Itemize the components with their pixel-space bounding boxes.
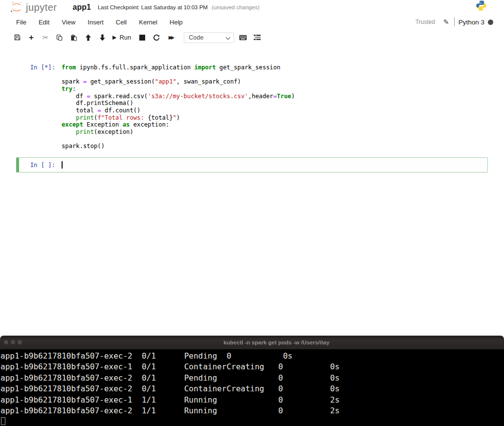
menu-item-help[interactable]: Help	[170, 19, 183, 26]
notebook-title[interactable]: app1	[73, 3, 91, 12]
menu-item-edit[interactable]: Edit	[39, 19, 49, 26]
cell-type-select[interactable]: Code	[184, 32, 234, 43]
stop-icon	[139, 35, 145, 41]
restart-run-all-button[interactable]: ▶▶	[167, 33, 175, 43]
input-prompt-busy: In [*]:	[16, 64, 55, 150]
list-lines-icon	[253, 34, 261, 41]
terminal-line: app1-b9b6217810bfa507-exec-1 0/1 Contain…	[0, 362, 504, 372]
keyboard-icon	[239, 35, 247, 41]
pencil-icon[interactable]: ✎	[443, 18, 449, 26]
run-label: Run	[119, 34, 131, 41]
trusted-badge: Trusted	[416, 19, 435, 25]
arrow-up-icon	[85, 34, 91, 41]
notebook-header: jupyter app1 Last Checkpoint: Last Satur…	[0, 0, 504, 15]
python-logo-icon	[476, 0, 487, 13]
save-button[interactable]	[13, 33, 21, 43]
input-prompt-empty: In [ ]:	[19, 162, 55, 169]
cell-1-code[interactable]: from ipynb.fs.full.spark_application imp…	[62, 64, 295, 150]
close-window-icon[interactable]	[4, 340, 8, 344]
terminal-line: app1-b9b6217810bfa507-exec-2 0/1 Pending…	[0, 351, 504, 362]
kernel-busy-indicator-icon	[488, 20, 493, 25]
menu-item-kernel[interactable]: Kernel	[139, 19, 157, 26]
traffic-light-buttons	[4, 340, 22, 344]
menu-item-view[interactable]: View	[62, 19, 75, 26]
paste-icon	[70, 34, 77, 41]
terminal-line: app1-b9b6217810bfa507-exec-2 1/1 Running…	[0, 405, 504, 416]
divider	[454, 18, 455, 26]
terminal-line: app1-b9b6217810bfa507-exec-1 1/1 Running…	[0, 395, 504, 405]
kernel-name: Python 3	[459, 19, 484, 26]
run-button[interactable]: ▶ Run	[112, 33, 132, 43]
chevron-down-icon	[226, 35, 231, 40]
copy-icon	[56, 34, 63, 41]
interrupt-kernel-button[interactable]	[138, 33, 146, 43]
menu-bar: FileEditViewInsertCellKernelHelp Trusted…	[0, 15, 504, 29]
move-cells-down-button[interactable]	[98, 33, 106, 43]
terminal-prompt-line	[0, 416, 504, 426]
terminal-output: app1-b9b6217810bfa507-exec-2 0/1 Pending…	[0, 351, 504, 416]
save-icon	[14, 34, 21, 41]
menu-item-cell[interactable]: Cell	[116, 19, 127, 26]
code-cell-empty-selected[interactable]: In [ ]:	[16, 157, 488, 172]
notebook-toolbar: + ✂ ▶ Run	[0, 29, 504, 45]
copy-cells-button[interactable]	[56, 33, 64, 43]
minimize-window-icon[interactable]	[11, 340, 15, 344]
play-icon: ▶	[112, 34, 116, 41]
toc-button[interactable]	[253, 33, 261, 43]
terminal-line: app1-b9b6217810bfa507-exec-2 0/1 Pending…	[0, 373, 504, 383]
terminal-title: kubectl -n spark get pods -w /Users/itay	[0, 336, 504, 350]
terminal-cursor	[1, 417, 5, 425]
open-command-palette-button[interactable]	[239, 33, 247, 43]
jupyter-logo-text: jupyter	[26, 2, 57, 13]
move-cells-up-button[interactable]	[84, 33, 92, 43]
arrow-down-icon	[99, 34, 106, 41]
checkpoint-status: Last Checkpoint: Last Saturday at 10:03 …	[98, 4, 208, 10]
cell-type-value: Code	[184, 34, 203, 41]
terminal-body[interactable]: app1-b9b6217810bfa507-exec-2 0/1 Pending…	[0, 349, 504, 426]
menu-item-file[interactable]: File	[16, 19, 26, 26]
text-cursor	[62, 161, 63, 169]
insert-cell-below-button[interactable]: +	[27, 33, 35, 43]
cut-icon: ✂	[43, 33, 49, 42]
plus-icon: +	[29, 33, 34, 43]
cut-cells-button[interactable]: ✂	[42, 33, 49, 43]
code-cell-running: In [*]: from ipynb.fs.full.spark_applica…	[16, 64, 488, 150]
jupyter-notebook-page: jupyter app1 Last Checkpoint: Last Satur…	[0, 0, 504, 426]
restart-icon	[153, 34, 160, 41]
menu-item-insert[interactable]: Insert	[88, 19, 104, 26]
terminal-line: app1-b9b6217810bfa507-exec-2 0/1 Contain…	[0, 383, 504, 394]
terminal-titlebar: kubectl -n spark get pods -w /Users/itay	[0, 336, 504, 349]
unsaved-changes-status: (unsaved changes)	[212, 4, 260, 10]
restart-kernel-button[interactable]	[153, 33, 160, 43]
paste-cells-button[interactable]	[70, 33, 78, 43]
menu-right-status: Trusted ✎ Python 3	[416, 18, 493, 26]
terminal-window[interactable]: kubectl -n spark get pods -w /Users/itay…	[0, 336, 504, 426]
zoom-window-icon[interactable]	[18, 340, 22, 344]
jupyter-logo[interactable]: jupyter	[10, 1, 57, 14]
fast-forward-icon: ▶▶	[169, 35, 173, 40]
jupyter-logo-icon	[10, 1, 23, 14]
